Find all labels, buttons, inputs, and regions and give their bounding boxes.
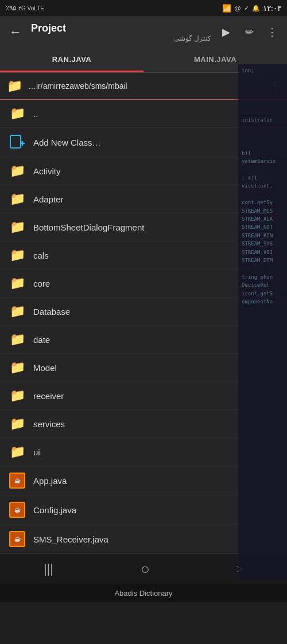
list-item-sms-java[interactable]: ☕ SMS_Receiver.java	[0, 525, 287, 554]
status-bar: ٪۹۵ ۴G VoLTE 📶 @ ✓ 🔔 ۱۲:۰۳	[0, 0, 287, 16]
back-nav-button[interactable]: |||	[30, 557, 67, 581]
folder-icon: 📁	[9, 106, 25, 121]
folder-icon: 📁	[9, 332, 25, 347]
list-item-activity[interactable]: 📁 Activity	[0, 157, 287, 185]
list-item-parent[interactable]: 📁 ..	[0, 100, 287, 128]
list-item-cals[interactable]: 📁 cals	[0, 241, 287, 270]
more-button[interactable]: ⋮	[262, 22, 282, 42]
folder-icon: 📁	[9, 192, 25, 206]
list-item-app-java[interactable]: ☕ App.java	[0, 466, 287, 495]
java-file-icon: ☕	[9, 473, 25, 489]
bottom-bar: Abadis Dictionary	[0, 584, 287, 602]
list-item-bottom-sheet[interactable]: 📁 BottomSheetDialogFragment	[0, 213, 287, 241]
file-list: 📁 .. Add New Class… 📁 Activity 📁 Adapter…	[0, 100, 287, 554]
file-label: Model	[33, 363, 57, 373]
java-file-icon: ☕	[9, 531, 25, 547]
file-label: date	[33, 335, 50, 345]
folder-icon: 📁	[9, 163, 25, 178]
tab-main-java[interactable]: MAIN.JAVA	[144, 48, 287, 72]
project-title: Project	[31, 22, 211, 34]
list-item-ui[interactable]: 📁 ui	[0, 438, 287, 466]
bottom-nav: ||| ○ >	[0, 554, 287, 584]
battery-text: ٪۹۵	[6, 4, 16, 12]
list-item-database[interactable]: 📁 Database	[0, 298, 287, 326]
folder-icon: 📁	[9, 388, 25, 403]
file-label: core	[33, 279, 50, 288]
folder-icon: 📁	[9, 360, 25, 375]
add-class-icon	[9, 134, 25, 150]
play-button[interactable]: ▶	[216, 22, 236, 42]
file-label: Config.java	[33, 505, 76, 515]
home-nav-button[interactable]: ○	[127, 556, 164, 583]
edit-button[interactable]: ✏	[239, 22, 259, 42]
add-class-label: Add New Class…	[33, 138, 101, 147]
tabs-container: RAN.JAVA MAIN.JAVA	[0, 48, 287, 73]
file-label: ..	[33, 109, 38, 119]
java-file-icon: ☕	[9, 502, 25, 518]
time-text: ۱۲:۰۳	[263, 4, 281, 13]
recent-nav-button[interactable]: >	[223, 558, 257, 580]
file-path-text: …ir/amirrezaweb/sms/mbail	[28, 81, 264, 91]
tab-ran-java[interactable]: RAN.JAVA	[0, 48, 144, 72]
status-left: ٪۹۵ ۴G VoLTE	[6, 4, 44, 12]
list-item-core[interactable]: 📁 core	[0, 270, 287, 298]
file-label: Adapter	[33, 194, 64, 204]
list-item-model[interactable]: 📁 Model	[0, 354, 287, 382]
file-label: SMS_Receiver.java	[33, 534, 108, 544]
check-icon: ✓	[244, 5, 249, 12]
signal-bars-icon: 📶	[222, 4, 231, 13]
file-label: cals	[33, 251, 49, 260]
folder-icon: 📁	[9, 304, 25, 319]
file-label: Activity	[33, 166, 61, 176]
status-right: 📶 @ ✓ 🔔 ۱۲:۰۳	[222, 4, 281, 13]
file-label: App.java	[33, 476, 67, 486]
network-icon: @	[234, 5, 241, 11]
folder-icon: 📁	[9, 248, 25, 263]
alarm-icon: 🔔	[252, 5, 260, 12]
file-path-more-button[interactable]: ⋮	[270, 80, 280, 92]
signal-text: ۴G VoLTE	[18, 5, 44, 11]
file-label: receiver	[33, 391, 64, 401]
list-item-services[interactable]: 📁 services	[0, 410, 287, 438]
list-item-config-java[interactable]: ☕ Config.java	[0, 495, 287, 525]
svg-rect-0	[10, 135, 21, 148]
file-path-row: 📁 …ir/amirrezaweb/sms/mbail ⋮	[0, 73, 287, 100]
back-button[interactable]: ←	[5, 20, 26, 44]
list-item-adapter[interactable]: 📁 Adapter	[0, 185, 287, 213]
file-label: Database	[33, 307, 70, 317]
folder-icon: 📁	[9, 444, 25, 459]
bottom-bar-label: Abadis Dictionary	[114, 589, 172, 598]
toolbar-title-block: Project کنترل گوشی	[31, 22, 211, 42]
list-item-add-class[interactable]: Add New Class…	[0, 128, 287, 157]
list-item-receiver[interactable]: 📁 receiver	[0, 382, 287, 410]
folder-icon: 📁	[9, 416, 25, 431]
toolbar: ← Project کنترل گوشی ▶ ✏ ⋮	[0, 16, 287, 48]
folder-icon: 📁	[9, 220, 25, 235]
file-label: ui	[33, 447, 40, 457]
project-subtitle: کنترل گوشی	[31, 34, 211, 42]
file-label: BottomSheetDialogFragment	[33, 223, 144, 232]
toolbar-actions: ▶ ✏ ⋮	[216, 22, 282, 42]
list-item-date[interactable]: 📁 date	[0, 326, 287, 354]
folder-icon: 📁	[7, 79, 22, 93]
folder-icon: 📁	[9, 276, 25, 291]
file-label: services	[33, 419, 65, 429]
